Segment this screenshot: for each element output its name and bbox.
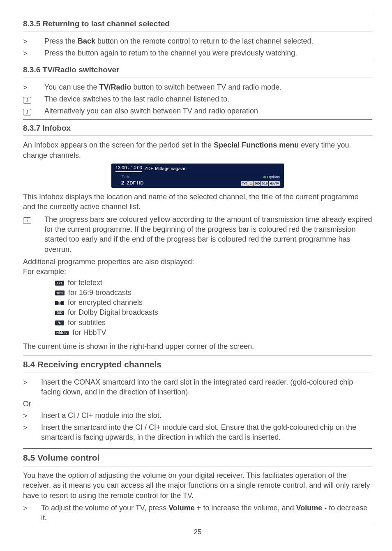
infobox-title: ZDF-Mittagsmagazin: [145, 166, 187, 172]
sf-menu-label: Special Functions menu: [214, 141, 299, 149]
info-icon: i: [23, 217, 31, 224]
text-836-3: Alternatively you can also switch betwee…: [44, 106, 372, 116]
infobox-chname: ZDF HD: [127, 180, 143, 185]
for-example-837: For example:: [23, 267, 372, 277]
prop-subtitles: ✎ for subtitles: [55, 318, 372, 327]
prop-169: 16:9 for 16:9 broadcasts: [55, 288, 372, 297]
key-icon: ⚿: [55, 301, 64, 306]
prop-teletext: TxT for teletext: [55, 278, 372, 288]
infobox-right: Options TxT🔒D/D16:9HbbTV: [241, 175, 280, 186]
item-836-1: > You can use the TV/Radio button to swi…: [23, 82, 372, 92]
aspect-169-icon: 16:9: [55, 290, 65, 295]
text-84-2: Insert a CI / CI+ module into the slot.: [41, 410, 372, 421]
heading-837: 8.3.7 Infobox: [23, 119, 372, 136]
info-marker: i: [23, 106, 44, 116]
text-836-2: The device switches to the last radio ch…: [44, 94, 372, 104]
infobox-options: Options: [267, 175, 280, 179]
infobox-chno: 2: [121, 180, 124, 186]
info-marker: i: [23, 94, 44, 104]
vol-minus-label: Volume -: [296, 504, 327, 512]
add-props-837: Additional programme properties are also…: [23, 257, 372, 267]
marker-gt: >: [23, 82, 44, 92]
back-label: Back: [78, 37, 95, 45]
prop-hbbtv: HbbTV for HbbTV: [55, 327, 372, 337]
item-85-1: > To adjust the volume of your TV, press…: [23, 503, 372, 523]
intro-85: You have the option of adjusting the vol…: [23, 470, 372, 500]
item-837-info: i The progress bars are coloured yellow …: [23, 214, 372, 254]
marker-gt: >: [23, 410, 41, 421]
prop-sub-label: for subtitles: [66, 318, 106, 327]
bottom-rule: [23, 525, 372, 525]
infobox-illustration: 13:00 - 14:00 ZDF-Mittagsmagazin TV list…: [111, 164, 284, 188]
infobox-tags: TxT🔒D/D16:9HbbTV: [241, 180, 280, 186]
prop-dolby: D/D for Dolby Digital broadcasts: [55, 307, 372, 317]
infobox-tvlist: TV list: [121, 175, 143, 179]
prop-hbb-label: for HbbTV: [70, 328, 106, 337]
text-837-info: The progress bars are coloured yellow ac…: [44, 214, 372, 254]
infobox-top: 13:00 - 14:00 ZDF-Mittagsmagazin: [111, 164, 284, 173]
mini-tag: 🔒: [248, 181, 254, 185]
dolby-icon: D/D: [55, 311, 64, 316]
vol-plus-label: Volume +: [168, 504, 201, 512]
prop-teletext-label: for teletext: [66, 279, 102, 287]
item-836-2: i The device switches to the last radio …: [23, 94, 372, 104]
item-84-3: > Insert the smartcard into the CI / CI+…: [23, 422, 372, 443]
infobox-left: TV list 2 ZDF HD: [121, 175, 143, 186]
prop-encrypted: ⚿ for encrypted channels: [55, 297, 372, 307]
prop-dd-label: for Dolby Digital broadcasts: [66, 308, 158, 316]
info-marker: i: [23, 214, 44, 254]
heading-84: 8.4 Receiving encrypted channels: [23, 355, 372, 373]
green-dot-icon: [263, 176, 266, 178]
time-note-837: The current time is shown in the right-h…: [23, 341, 372, 351]
heading-836: 8.3.6 TV/Radio switchover: [23, 61, 372, 78]
marker-gt: >: [23, 48, 44, 58]
marker-gt: >: [23, 422, 41, 443]
info-icon: i: [23, 109, 31, 115]
item-835-1: > Press the Back button on the remote co…: [23, 36, 372, 46]
text-84-1: Insert the CONAX smartcard into the card…: [41, 377, 372, 397]
t835-1a: Press the: [44, 37, 78, 45]
marker-gt: >: [23, 377, 41, 397]
infobox-time: 13:00 - 14:00: [115, 165, 142, 172]
after-img-837: This Infobox displays the location and n…: [23, 192, 372, 212]
intro-837: An Infobox appears on the screen for the…: [23, 140, 372, 160]
heading-835: 8.3.5 Returning to last channel selected: [23, 15, 372, 32]
text-85-1: To adjust the volume of your TV, press V…: [41, 503, 372, 523]
heading-85: 8.5 Volume control: [23, 448, 372, 466]
item-835-2: > Press the button again to return to th…: [23, 48, 372, 58]
mini-tag: 16:9: [261, 181, 268, 185]
item-84-1: > Insert the CONAX smartcard into the ca…: [23, 377, 372, 397]
hbbtv-icon: HbbTV: [55, 331, 69, 336]
text-835-1: Press the Back button on the remote cont…: [44, 36, 372, 46]
t85-1a: To adjust the volume of your TV, press: [41, 504, 168, 512]
text-84-3: Insert the smartcard into the CI / CI+ m…: [41, 422, 372, 443]
infobox-bottom: TV list 2 ZDF HD Options TxT🔒D/D16:9HbbT…: [111, 173, 284, 188]
prop-enc-label: for encrypted channels: [66, 298, 143, 307]
teletext-icon: TxT: [55, 281, 64, 286]
or-84: Or: [23, 399, 372, 409]
t85-1b: to increase the volume, and: [201, 504, 296, 512]
mini-tag: HbbTV: [269, 181, 280, 185]
item-84-2: > Insert a CI / CI+ module into the slot…: [23, 410, 372, 421]
subtitles-icon: ✎: [55, 320, 64, 325]
t836-1a: You can use the: [44, 83, 99, 91]
prop-169-label: for 16:9 broadcasts: [66, 288, 131, 297]
props-list: TxT for teletext 16:9 for 16:9 broadcast…: [23, 278, 372, 338]
text-835-2: Press the button again to return to the …: [44, 48, 372, 58]
marker-gt: >: [23, 36, 44, 46]
t835-1b: button on the remote control to return t…: [95, 37, 313, 45]
item-836-3: i Alternatively you can also switch betw…: [23, 106, 372, 116]
t836-1b: button to switch between TV and radio mo…: [131, 83, 281, 91]
page-number: 25: [23, 528, 372, 537]
text-836-1: You can use the TV/Radio button to switc…: [44, 82, 372, 92]
tvradio-label: TV/Radio: [99, 83, 131, 91]
t837-intro-a: An Infobox appears on the screen for the…: [23, 141, 214, 149]
marker-gt: >: [23, 503, 41, 523]
info-icon: i: [23, 97, 31, 104]
mini-tag: D/D: [254, 181, 261, 185]
mini-tag: TxT: [241, 181, 248, 185]
